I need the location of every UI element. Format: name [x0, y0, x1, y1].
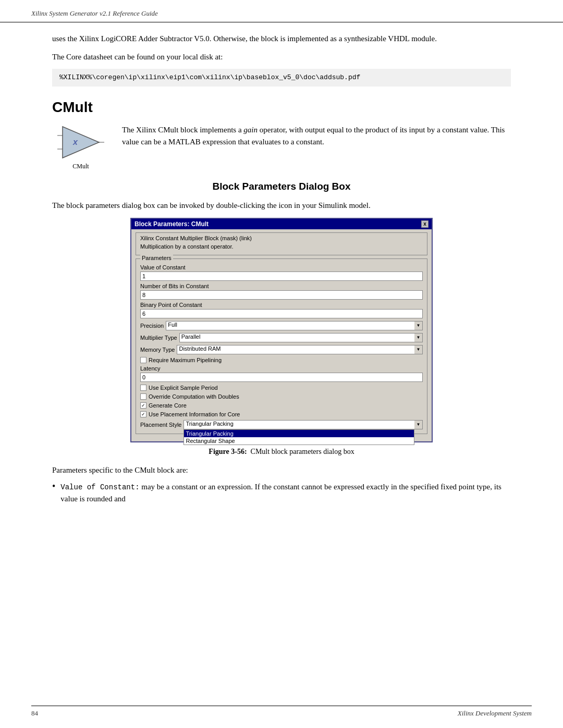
num-bits-label: Number of Bits in Constant: [140, 283, 423, 289]
latency-input[interactable]: [140, 373, 423, 382]
dialog-params-group: Parameters Value of Constant Number of B…: [136, 258, 427, 434]
svg-text:x: x: [72, 138, 78, 146]
placement-option-triangular[interactable]: Triangular Packing: [184, 430, 414, 437]
dialog-mask-legend: Xilinx Constant Multiplier Block (mask) …: [140, 235, 423, 241]
figure-caption-label: Figure 3-56:: [209, 448, 247, 455]
precision-select-container: Full ▼: [166, 321, 423, 330]
placement-style-value[interactable]: Triangular Packing: [183, 420, 414, 429]
multiplier-type-dropdown-arrow[interactable]: ▼: [414, 333, 423, 342]
cmult-image-area: x CMult: [52, 124, 109, 170]
placement-style-dropdown-arrow[interactable]: ▼: [414, 420, 423, 429]
require-max-pipeline-row: Require Maximum Pipelining: [140, 357, 423, 363]
bullet-dot: •: [52, 481, 55, 505]
multiplier-type-select-container: Parallel ▼: [179, 333, 423, 342]
use-explicit-sample-label: Use Explicit Sample Period: [149, 385, 218, 391]
memory-type-dropdown-arrow[interactable]: ▼: [414, 345, 423, 354]
dialog-title: Block Parameters: CMult: [134, 220, 209, 228]
use-explicit-sample-row: Use Explicit Sample Period: [140, 385, 423, 391]
precision-dropdown-arrow[interactable]: ▼: [414, 321, 423, 330]
cmult-heading: CMult: [52, 99, 511, 116]
cmult-image-label: CMult: [72, 163, 89, 170]
binary-point-label: Binary Point of Constant: [140, 302, 423, 308]
figure-caption-text: CMult block parameters dialog box: [251, 448, 354, 455]
value-of-constant-label: Value of Constant: [140, 264, 423, 270]
generate-core-row: Generate Core: [140, 402, 423, 409]
memory-type-label: Memory Type: [140, 347, 175, 353]
placement-style-select-container: Triangular Packing ▼ Triangular Packing …: [183, 420, 423, 429]
footer-page-number: 84: [31, 709, 38, 718]
page-footer: 84 Xilinx Development System: [31, 706, 532, 718]
override-computation-checkbox[interactable]: [140, 393, 146, 400]
precision-row: Precision Full ▼: [140, 321, 423, 330]
page-header: Xilinx System Generator v2.1 Reference G…: [0, 0, 563, 22]
require-max-pipeline-checkbox[interactable]: [140, 357, 146, 363]
dialog-mask-desc: Multiplication by a constant operator.: [140, 243, 423, 250]
main-content: uses the Xilinx LogiCORE Adder Subtracto…: [0, 22, 563, 551]
bullet-code-1: Value of Constant:: [60, 483, 139, 491]
cmult-icon: x: [57, 124, 104, 161]
placement-style-label: Placement Style: [140, 422, 181, 428]
dialog-body: Xilinx Constant Multiplier Block (mask) …: [131, 229, 432, 441]
placement-style-popup: Triangular Packing Rectangular Shape: [183, 429, 414, 445]
generate-core-checkbox[interactable]: [140, 402, 146, 409]
dialog-box: Block Parameters: CMult x Xilinx Constan…: [130, 218, 433, 442]
dialog-mask-group: Xilinx Constant Multiplier Block (mask) …: [136, 232, 427, 255]
require-max-pipeline-label: Require Maximum Pipelining: [149, 357, 222, 363]
memory-type-value[interactable]: Distributed RAM: [177, 345, 414, 354]
header-title: Xilinx System Generator v2.1 Reference G…: [31, 9, 158, 18]
precision-value[interactable]: Full: [166, 321, 414, 330]
num-bits-input[interactable]: [140, 290, 423, 300]
intro-para-2: The Core datasheet can be found on your …: [52, 51, 511, 63]
multiplier-type-value[interactable]: Parallel: [179, 333, 414, 342]
params-legend: Parameters: [140, 255, 173, 261]
dialog-intro: The block parameters dialog box can be i…: [52, 200, 511, 212]
latency-label: Latency: [140, 365, 423, 372]
generate-core-label: Generate Core: [149, 402, 187, 409]
memory-type-row: Memory Type Distributed RAM ▼: [140, 345, 423, 354]
block-params-heading: Block Parameters Dialog Box: [52, 181, 511, 192]
dialog-titlebar: Block Parameters: CMult x: [131, 219, 432, 229]
override-computation-label: Override Computation with Doubles: [149, 393, 239, 400]
dialog-close-button[interactable]: x: [421, 220, 429, 228]
page: Xilinx System Generator v2.1 Reference G…: [0, 0, 563, 728]
precision-label: Precision: [140, 323, 164, 329]
value-of-constant-input[interactable]: [140, 272, 423, 281]
cmult-description: The Xilinx CMult block implements a gain…: [122, 124, 511, 149]
use-explicit-sample-checkbox[interactable]: [140, 385, 146, 391]
use-placement-label: Use Placement Information for Core: [149, 411, 240, 417]
placement-style-row: Placement Style Triangular Packing ▼ Tri…: [140, 420, 423, 429]
use-placement-checkbox[interactable]: [140, 411, 146, 417]
placement-option-rectangular[interactable]: Rectangular Shape: [184, 437, 414, 445]
bullet-item-1: • Value of Constant: may be a constant o…: [52, 481, 511, 505]
figure-caption: Figure 3-56: CMult block parameters dial…: [52, 448, 511, 456]
cmult-intro: x CMult The Xilinx CMult block implement…: [52, 124, 511, 170]
multiplier-type-row: Multiplier Type Parallel ▼: [140, 333, 423, 342]
bullet-text-1: Value of Constant: may be a constant or …: [60, 481, 511, 505]
svg-marker-0: [63, 127, 99, 158]
footer-brand: Xilinx Development System: [458, 709, 532, 718]
binary-point-input[interactable]: [140, 309, 423, 318]
intro-para-1: uses the Xilinx LogiCORE Adder Subtracto…: [52, 33, 511, 45]
bullet-list: • Value of Constant: may be a constant o…: [52, 481, 511, 505]
code-block: %XILINX%\coregen\ip\xilinx\eip1\com\xili…: [52, 69, 511, 87]
params-section-title: Parameters specific to the CMult block a…: [52, 464, 511, 476]
multiplier-type-label: Multiplier Type: [140, 335, 177, 341]
use-placement-row: Use Placement Information for Core: [140, 411, 423, 417]
memory-type-select-container: Distributed RAM ▼: [177, 345, 423, 354]
override-computation-row: Override Computation with Doubles: [140, 393, 423, 400]
